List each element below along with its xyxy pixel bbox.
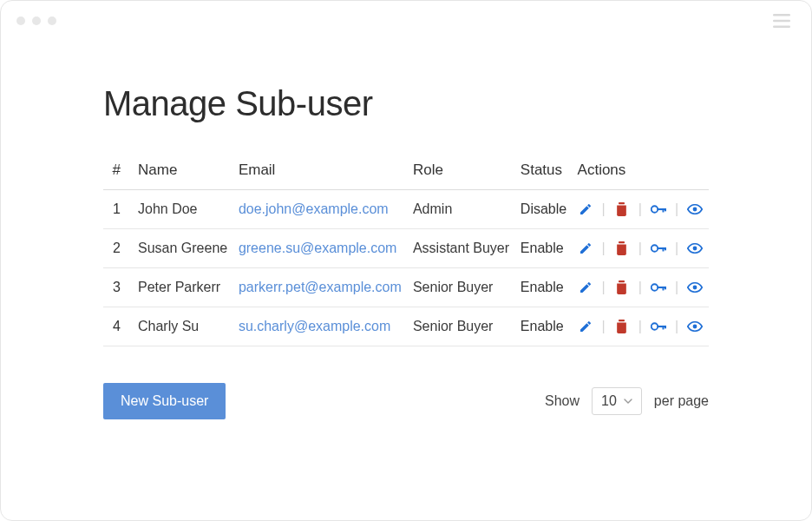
menu-icon[interactable] [773, 14, 790, 28]
page-size-select[interactable]: 10 [592, 387, 642, 415]
cell-email: doe.john@example.com [233, 190, 408, 229]
svg-rect-0 [773, 14, 790, 16]
window-dot [32, 16, 41, 25]
table-row: 1John Doedoe.john@example.comAdminDisabl… [103, 190, 709, 229]
edit-icon[interactable] [578, 280, 593, 295]
action-separator: | [638, 201, 642, 217]
col-name: Name [133, 151, 233, 190]
col-email: Email [233, 151, 408, 190]
action-separator: | [675, 319, 678, 334]
svg-rect-12 [662, 247, 664, 252]
svg-rect-18 [662, 287, 664, 291]
svg-point-16 [652, 284, 658, 291]
cell-name: Susan Greene [133, 229, 233, 268]
svg-rect-11 [657, 247, 665, 249]
window-controls [16, 16, 56, 25]
eye-icon[interactable] [687, 241, 703, 256]
edit-icon[interactable] [578, 241, 593, 256]
col-status: Status [515, 151, 573, 190]
svg-rect-15 [619, 280, 625, 282]
action-separator: | [638, 280, 642, 295]
svg-rect-1 [773, 20, 790, 22]
svg-rect-7 [665, 208, 666, 211]
table-row: 4Charly Susu.charly@example.comSenior Bu… [103, 307, 709, 346]
col-actions: Actions [573, 151, 709, 190]
key-icon[interactable] [651, 319, 666, 334]
action-separator: | [602, 280, 606, 295]
new-subuser-button[interactable]: New Sub-user [103, 383, 226, 419]
cell-status: Enable [515, 307, 573, 346]
action-separator: | [675, 201, 678, 217]
cell-role: Senior Buyer [408, 307, 515, 346]
cell-idx: 1 [103, 190, 133, 229]
action-separator: | [638, 241, 642, 256]
svg-point-26 [693, 325, 697, 329]
cell-actions: ||| [573, 229, 709, 268]
svg-rect-5 [657, 208, 665, 210]
svg-rect-25 [665, 326, 666, 328]
email-link[interactable]: doe.john@example.com [239, 201, 389, 216]
svg-rect-6 [662, 208, 664, 213]
table-row: 3Peter Parkerrparkerr.pet@example.comSen… [103, 268, 709, 307]
col-idx: # [103, 151, 133, 190]
svg-rect-21 [619, 320, 625, 321]
cell-idx: 4 [103, 307, 133, 346]
email-link[interactable]: parkerr.pet@example.com [239, 280, 402, 294]
titlebar [1, 1, 811, 41]
svg-rect-2 [773, 26, 790, 28]
cell-email: greene.su@example.com [233, 229, 408, 268]
svg-rect-3 [619, 202, 625, 204]
subuser-table: # Name Email Role Status Actions 1John D… [103, 151, 709, 346]
key-icon[interactable] [651, 201, 666, 217]
eye-icon[interactable] [687, 280, 703, 295]
eye-icon[interactable] [687, 201, 703, 217]
eye-icon[interactable] [687, 319, 703, 334]
key-icon[interactable] [651, 280, 666, 295]
footer-row: New Sub-user Show 10 per page [103, 383, 709, 419]
trash-icon[interactable] [614, 319, 630, 334]
svg-rect-19 [665, 287, 666, 289]
svg-rect-17 [657, 287, 665, 288]
action-separator: | [602, 201, 606, 217]
trash-icon[interactable] [614, 280, 630, 295]
page-title: Manage Sub-user [103, 84, 709, 123]
cell-role: Senior Buyer [408, 268, 515, 307]
svg-point-10 [652, 245, 658, 252]
cell-name: Charly Su [133, 307, 233, 346]
cell-status: Enable [515, 268, 573, 307]
cell-idx: 3 [103, 268, 133, 307]
pager-perpage-label: per page [654, 393, 709, 409]
window-dot [16, 16, 25, 25]
cell-name: John Doe [133, 190, 233, 229]
edit-icon[interactable] [578, 319, 593, 334]
chevron-down-icon [624, 399, 632, 404]
trash-icon[interactable] [614, 201, 630, 217]
action-separator: | [675, 241, 678, 256]
cell-name: Peter Parkerr [133, 268, 233, 307]
cell-idx: 2 [103, 229, 133, 268]
window-dot [48, 16, 56, 25]
email-link[interactable]: su.charly@example.com [239, 319, 390, 333]
app-window: Manage Sub-user # Name Email Role Status… [0, 0, 812, 521]
pager: Show 10 per page [545, 387, 709, 415]
main-content: Manage Sub-user # Name Email Role Status… [1, 41, 811, 419]
page-size-value: 10 [601, 393, 617, 409]
cell-actions: ||| [573, 190, 709, 229]
cell-actions: ||| [573, 268, 709, 307]
cell-email: parkerr.pet@example.com [233, 268, 408, 307]
action-separator: | [602, 319, 606, 334]
email-link[interactable]: greene.su@example.com [239, 241, 397, 255]
svg-rect-24 [662, 326, 664, 330]
action-separator: | [638, 319, 642, 334]
col-role: Role [408, 151, 515, 190]
key-icon[interactable] [651, 241, 666, 256]
edit-icon[interactable] [578, 201, 593, 217]
svg-point-8 [693, 208, 697, 212]
trash-icon[interactable] [614, 241, 630, 256]
cell-email: su.charly@example.com [233, 307, 408, 346]
svg-point-14 [693, 247, 697, 251]
svg-rect-13 [665, 247, 666, 250]
cell-role: Admin [408, 190, 515, 229]
svg-point-20 [693, 286, 697, 290]
cell-status: Disable [515, 190, 573, 229]
